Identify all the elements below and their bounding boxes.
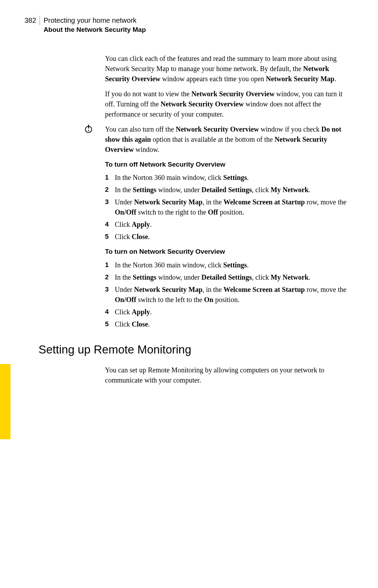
text: row, move the bbox=[305, 198, 346, 206]
text: . bbox=[309, 186, 310, 194]
text: . bbox=[309, 273, 310, 281]
bold-text: Close bbox=[132, 233, 148, 240]
step-item: Click Close. bbox=[105, 232, 350, 242]
text: , click bbox=[252, 273, 271, 281]
paragraph: You can click each of the features and r… bbox=[105, 54, 350, 84]
bold-text: My Network bbox=[271, 186, 308, 194]
bold-text: Close bbox=[132, 320, 148, 328]
step-item: Click Apply. bbox=[105, 307, 350, 317]
text: , in the bbox=[203, 198, 224, 206]
bold-text: On bbox=[204, 296, 214, 303]
bold-text: My Network bbox=[271, 273, 308, 281]
bold-text: Network Security Map bbox=[134, 286, 203, 293]
text: . bbox=[148, 233, 150, 240]
text: In the bbox=[115, 186, 133, 194]
text: position. bbox=[218, 208, 244, 216]
bold-text: Apply bbox=[132, 308, 150, 316]
text: Under bbox=[115, 198, 134, 206]
paragraph: If you do not want to view the Network S… bbox=[105, 89, 350, 119]
body-column: You can click each of the features and r… bbox=[105, 54, 350, 329]
bold-text: Detailed Settings bbox=[202, 273, 252, 281]
text: option that is available at the bottom o… bbox=[151, 135, 274, 143]
header-titles: Protecting your home network About the N… bbox=[40, 16, 146, 34]
text: window. bbox=[134, 146, 159, 153]
text: If you do not want to view the bbox=[105, 90, 191, 98]
text: window appears each time you open bbox=[160, 75, 266, 83]
procedure-steps: In the Norton 360 main window, click Set… bbox=[105, 260, 350, 329]
step-item: In the Norton 360 main window, click Set… bbox=[105, 260, 350, 270]
bold-text: Network Security Map bbox=[134, 198, 203, 206]
text: You can click each of the features and r… bbox=[105, 55, 337, 72]
body-column: You can set up Remote Monitoring by allo… bbox=[105, 365, 350, 385]
text: Click bbox=[115, 220, 132, 228]
paragraph: You can also turn off the Network Securi… bbox=[105, 124, 350, 155]
procedure-title: To turn on Network Security Overview bbox=[105, 247, 350, 257]
step-item: In the Norton 360 main window, click Set… bbox=[105, 173, 350, 183]
header-section: About the Network Security Map bbox=[43, 25, 146, 34]
bold-text: Welcome Screen at Startup bbox=[224, 286, 305, 293]
page-header: 382 Protecting your home network About t… bbox=[24, 16, 354, 34]
procedure-steps: In the Norton 360 main window, click Set… bbox=[105, 173, 350, 242]
bold-text: Settings bbox=[223, 174, 247, 181]
text: . bbox=[247, 261, 249, 269]
page-number: 382 bbox=[24, 16, 40, 25]
bold-text: Settings bbox=[133, 186, 156, 194]
page-content: 382 Protecting your home network About t… bbox=[0, 0, 378, 411]
text: , click bbox=[252, 186, 271, 194]
step-item: Click Close. bbox=[105, 319, 350, 329]
note-block: You can also turn off the Network Securi… bbox=[105, 124, 350, 155]
text: switch to the right to the bbox=[136, 208, 208, 216]
text: . bbox=[150, 220, 152, 228]
text: . bbox=[150, 308, 152, 316]
bold-text: Network Security Map bbox=[266, 75, 335, 83]
text: In the bbox=[115, 273, 133, 281]
procedure-title: To turn off Network Security Overview bbox=[105, 160, 350, 169]
header-chapter: Protecting your home network bbox=[43, 16, 146, 25]
text: In the Norton 360 main window, click bbox=[115, 174, 223, 181]
step-item: In the Settings window, under Detailed S… bbox=[105, 272, 350, 282]
section-heading: Setting up Remote Monitoring bbox=[38, 341, 354, 358]
text: . bbox=[247, 174, 249, 181]
svg-rect-1 bbox=[88, 125, 89, 128]
step-item: In the Settings window, under Detailed S… bbox=[105, 185, 350, 195]
text: , in the bbox=[203, 286, 224, 293]
text: Under bbox=[115, 286, 134, 293]
text: Click bbox=[115, 233, 132, 240]
step-item: Click Apply. bbox=[105, 219, 350, 230]
text: You can also turn off the bbox=[105, 125, 176, 133]
text: . bbox=[148, 320, 150, 328]
text: window, under bbox=[156, 186, 202, 194]
text: . bbox=[334, 75, 336, 83]
text: In the Norton 360 main window, click bbox=[115, 261, 223, 269]
text: Click bbox=[115, 308, 132, 316]
bold-text: On/Off bbox=[115, 208, 136, 216]
bold-text: Welcome Screen at Startup bbox=[224, 198, 305, 206]
bold-text: Off bbox=[208, 208, 218, 216]
bold-text: Network Security Overview bbox=[191, 90, 275, 98]
text: window if you check bbox=[259, 125, 321, 133]
text: switch to the left to the bbox=[136, 296, 204, 303]
text: position. bbox=[214, 296, 239, 303]
step-item: Under Network Security Map, in the Welco… bbox=[105, 285, 350, 305]
svg-point-2 bbox=[88, 130, 89, 131]
bold-text: Settings bbox=[133, 273, 156, 281]
paragraph: You can set up Remote Monitoring by allo… bbox=[105, 365, 350, 385]
text: Click bbox=[115, 320, 132, 328]
alert-icon bbox=[84, 124, 93, 133]
step-item: Under Network Security Map, in the Welco… bbox=[105, 197, 350, 217]
bold-text: Apply bbox=[132, 220, 150, 228]
bold-text: Network Security Overview bbox=[176, 125, 259, 133]
bold-text: On/Off bbox=[115, 296, 136, 303]
text: window, under bbox=[156, 273, 202, 281]
bold-text: Detailed Settings bbox=[202, 186, 252, 194]
text: row, move the bbox=[305, 286, 346, 293]
bold-text: Network Security Overview bbox=[161, 100, 244, 108]
bold-text: Settings bbox=[223, 261, 247, 269]
